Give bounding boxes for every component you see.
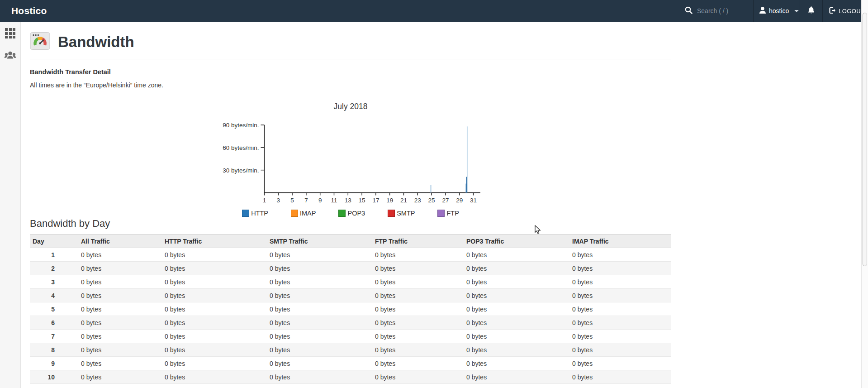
traffic-cell: 0 bytes xyxy=(569,262,671,275)
traffic-cell: 0 bytes xyxy=(78,289,162,302)
traffic-cell: 0 bytes xyxy=(372,370,464,384)
logout-button[interactable]: LOGOUT xyxy=(822,0,861,22)
x-tick-label: 25 xyxy=(428,197,435,204)
byday-heading: Bandwidth by Day xyxy=(30,218,671,230)
chart-title: July 2018 xyxy=(30,102,671,111)
legend-item-http: HTTP xyxy=(242,210,268,217)
y-tick-label: 30 bytes/min. xyxy=(223,167,259,174)
page-header: Bandwidth xyxy=(30,31,671,53)
traffic-cell: 0 bytes xyxy=(372,302,464,316)
y-tick-label: 60 bytes/min. xyxy=(223,144,259,151)
traffic-cell: 0 bytes xyxy=(464,289,569,302)
traffic-cell: 0 bytes xyxy=(162,275,267,289)
byday-heading-label: Bandwidth by Day xyxy=(30,218,110,230)
traffic-cell: 0 bytes xyxy=(569,316,671,330)
table-row-day-10: 100 bytes0 bytes0 bytes0 bytes0 bytes0 b… xyxy=(30,370,671,384)
table-row-day-4: 40 bytes0 bytes0 bytes0 bytes0 bytes0 by… xyxy=(30,289,671,302)
traffic-cell: 0 bytes xyxy=(464,316,569,330)
x-tick-label: 3 xyxy=(277,197,280,204)
logout-icon xyxy=(829,7,836,15)
column-header-all-traffic: All Traffic xyxy=(78,235,162,248)
traffic-cell: 0 bytes xyxy=(267,275,372,289)
column-header-imap-traffic: IMAP Traffic xyxy=(569,235,671,248)
traffic-cell: 0 bytes xyxy=(78,357,162,370)
legend-label: HTTP xyxy=(251,210,268,217)
day-cell: 2 xyxy=(30,262,78,275)
traffic-cell: 0 bytes xyxy=(162,302,267,316)
traffic-cell: 0 bytes xyxy=(464,248,569,262)
legend-swatch-http xyxy=(242,210,249,217)
traffic-cell: 0 bytes xyxy=(267,330,372,343)
navbar-right: hostico LOGOUT xyxy=(678,0,861,22)
traffic-cell: 0 bytes xyxy=(569,302,671,316)
legend-label: FTP xyxy=(446,210,459,217)
traffic-cell: 0 bytes xyxy=(464,330,569,343)
x-tick-label: 19 xyxy=(386,197,393,204)
traffic-cell: 0 bytes xyxy=(78,275,162,289)
brand-logo[interactable]: Hostico xyxy=(11,5,47,16)
sidebar-item-applications[interactable] xyxy=(5,28,15,38)
traffic-cell: 0 bytes xyxy=(569,357,671,370)
left-sidebar xyxy=(0,22,21,388)
legend-item-smtp: SMTP xyxy=(388,210,415,217)
traffic-cell: 0 bytes xyxy=(569,275,671,289)
traffic-cell: 0 bytes xyxy=(78,343,162,357)
table-row-day-5: 50 bytes0 bytes0 bytes0 bytes0 bytes0 by… xyxy=(30,302,671,316)
x-tick-label: 9 xyxy=(318,197,322,204)
traffic-cell: 0 bytes xyxy=(162,289,267,302)
x-tick-label: 7 xyxy=(304,197,308,204)
caret-down-icon xyxy=(794,10,799,12)
logout-label: LOGOUT xyxy=(839,8,864,14)
notifications-button[interactable] xyxy=(800,0,822,22)
column-header-day: Day xyxy=(30,235,78,248)
main-content: Bandwidth Bandwidth Transfer Detail All … xyxy=(21,22,671,384)
timezone-note: All times are in the “Europe/Helsinki” t… xyxy=(30,81,671,89)
users-icon xyxy=(4,54,16,62)
x-tick-label: 13 xyxy=(345,197,351,204)
x-tick-label: 11 xyxy=(331,197,337,204)
traffic-cell: 0 bytes xyxy=(372,343,464,357)
search-input[interactable] xyxy=(697,7,747,14)
traffic-cell: 0 bytes xyxy=(162,343,267,357)
table-row-day-7: 70 bytes0 bytes0 bytes0 bytes0 bytes0 by… xyxy=(30,330,671,343)
grid-icon xyxy=(5,28,15,38)
vertical-scrollbar xyxy=(861,0,868,388)
x-tick-label: 1 xyxy=(263,197,266,204)
chart-svg: 30 bytes/min.60 bytes/min.90 bytes/min.1… xyxy=(179,120,496,205)
traffic-cell: 0 bytes xyxy=(162,262,267,275)
day-cell: 7 xyxy=(30,330,78,343)
traffic-cell: 0 bytes xyxy=(372,289,464,302)
sidebar-item-accounts[interactable] xyxy=(4,51,16,62)
traffic-cell: 0 bytes xyxy=(372,248,464,262)
user-menu[interactable]: hostico xyxy=(753,0,800,22)
bandwidth-table: DayAll TrafficHTTP TrafficSMTP TrafficFT… xyxy=(30,234,671,384)
day-cell: 9 xyxy=(30,357,78,370)
search-icon xyxy=(685,6,693,16)
x-tick-label: 21 xyxy=(400,197,407,204)
traffic-cell: 0 bytes xyxy=(267,302,372,316)
scrollbar-thumb[interactable] xyxy=(863,13,867,266)
day-cell: 1 xyxy=(30,248,78,262)
traffic-cell: 0 bytes xyxy=(267,289,372,302)
traffic-cell: 0 bytes xyxy=(372,357,464,370)
column-header-ftp-traffic: FTP Traffic xyxy=(372,235,464,248)
legend-swatch-imap xyxy=(291,210,298,217)
legend-item-imap: IMAP xyxy=(291,210,316,217)
legend-label: IMAP xyxy=(300,210,316,217)
search-box[interactable] xyxy=(678,0,753,22)
traffic-cell: 0 bytes xyxy=(267,370,372,384)
username-label: hostico xyxy=(769,7,789,14)
x-tick-label: 29 xyxy=(456,197,463,204)
day-cell: 10 xyxy=(30,370,78,384)
bandwidth-gauge-icon xyxy=(30,31,50,53)
bandwidth-chart: 30 bytes/min.60 bytes/min.90 bytes/min.1… xyxy=(179,120,496,205)
traffic-cell: 0 bytes xyxy=(267,343,372,357)
bar-http xyxy=(467,126,467,192)
legend-label: POP3 xyxy=(347,210,365,217)
day-cell: 6 xyxy=(30,316,78,330)
traffic-cell: 0 bytes xyxy=(78,262,162,275)
traffic-cell: 0 bytes xyxy=(162,316,267,330)
table-row-day-3: 30 bytes0 bytes0 bytes0 bytes0 bytes0 by… xyxy=(30,275,671,289)
traffic-cell: 0 bytes xyxy=(464,370,569,384)
page-divider xyxy=(30,59,671,59)
